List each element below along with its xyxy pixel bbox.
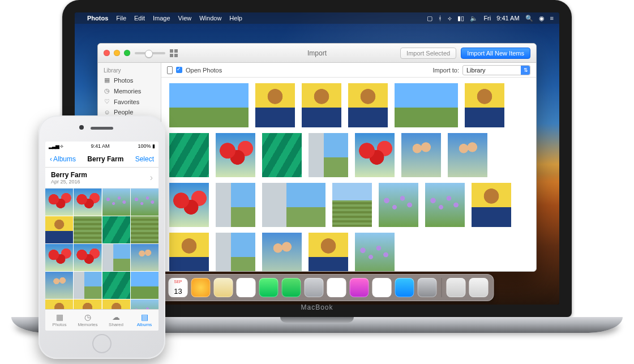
close-button[interactable] bbox=[104, 50, 110, 56]
wifi-icon[interactable]: ⟡ bbox=[448, 15, 452, 22]
sidebar-item-memories[interactable]: ◷Memories bbox=[98, 85, 161, 96]
menubar-day[interactable]: Fri bbox=[483, 15, 491, 22]
photo-thumbnail[interactable] bbox=[74, 299, 101, 309]
airplay-icon[interactable]: ▢ bbox=[427, 15, 432, 22]
open-photos-checkbox[interactable] bbox=[176, 67, 182, 73]
thumbnail[interactable] bbox=[262, 233, 302, 271]
dock-downloads[interactable] bbox=[447, 278, 466, 297]
dock-appstore[interactable] bbox=[395, 278, 414, 297]
thumbnail[interactable] bbox=[401, 133, 441, 177]
thumbnail[interactable] bbox=[348, 83, 388, 127]
menubar-item-file[interactable]: File bbox=[116, 15, 126, 22]
photo-thumbnail[interactable] bbox=[131, 299, 158, 309]
thumbnail[interactable] bbox=[262, 183, 325, 227]
photo-thumbnail[interactable] bbox=[102, 244, 130, 271]
import-to-select[interactable]: Library ⇅ bbox=[462, 65, 530, 75]
thumbnail[interactable] bbox=[355, 133, 395, 177]
ios-photo-grid[interactable] bbox=[45, 189, 158, 309]
select-button[interactable]: Select bbox=[135, 155, 154, 163]
thumbnail[interactable] bbox=[169, 133, 209, 177]
bluetooth-icon[interactable]: ᚼ bbox=[438, 15, 442, 22]
thumbnail[interactable] bbox=[472, 183, 511, 227]
thumbnail[interactable] bbox=[302, 83, 341, 127]
photo-thumbnail[interactable] bbox=[74, 216, 101, 243]
import-thumbnail-area[interactable] bbox=[161, 78, 536, 271]
dock-settings[interactable] bbox=[418, 278, 437, 297]
menubar-item-window[interactable]: Window bbox=[199, 15, 221, 22]
photo-thumbnail[interactable] bbox=[102, 189, 130, 216]
tab-memories[interactable]: ◷Memories bbox=[74, 310, 102, 331]
sidebar-item-photos[interactable]: ▦Photos bbox=[98, 75, 161, 85]
grid-view-icon[interactable] bbox=[170, 49, 178, 57]
siri-icon[interactable]: ◉ bbox=[539, 15, 545, 22]
menubar-app-name[interactable]: Photos bbox=[87, 15, 108, 22]
tab-shared[interactable]: ☁Shared bbox=[102, 310, 130, 331]
photo-thumbnail[interactable] bbox=[131, 244, 158, 271]
photo-thumbnail[interactable] bbox=[131, 189, 158, 216]
import-selected-button[interactable]: Import Selected bbox=[400, 48, 456, 59]
thumbnail[interactable] bbox=[332, 183, 372, 227]
photo-thumbnail[interactable] bbox=[45, 299, 73, 309]
menubar-item-help[interactable]: Help bbox=[229, 15, 242, 22]
battery-icon[interactable]: ▮▯ bbox=[457, 15, 464, 22]
thumbnail[interactable] bbox=[465, 83, 504, 127]
thumbnail[interactable] bbox=[262, 133, 302, 177]
album-header[interactable]: Berry Farm Apr 25, 2016 › bbox=[45, 168, 158, 189]
menubar-time[interactable]: 9:41 AM bbox=[496, 15, 519, 22]
dock-facetime[interactable] bbox=[282, 278, 301, 297]
thumbnail[interactable] bbox=[255, 83, 295, 127]
menubar-item-edit[interactable]: Edit bbox=[134, 15, 145, 22]
window-titlebar[interactable]: Import Import Selected Import All New It… bbox=[98, 44, 536, 63]
dock-trash[interactable] bbox=[469, 278, 489, 297]
photo-thumbnail[interactable] bbox=[45, 189, 73, 216]
thumbnail[interactable] bbox=[169, 183, 209, 227]
back-button[interactable]: ‹ Albums bbox=[50, 155, 76, 163]
photo-thumbnail[interactable] bbox=[131, 216, 158, 243]
photo-thumbnail[interactable] bbox=[74, 189, 101, 216]
sidebar-item-favorites[interactable]: ♡Favorites bbox=[98, 96, 161, 107]
thumbnail-size-slider[interactable] bbox=[135, 52, 165, 54]
notification-center-icon[interactable]: ≡ bbox=[550, 15, 554, 22]
thumbnail[interactable] bbox=[355, 233, 395, 271]
menubar-item-view[interactable]: View bbox=[178, 15, 192, 22]
tab-photos[interactable]: ▦Photos bbox=[45, 310, 74, 331]
minimize-button[interactable] bbox=[114, 50, 120, 56]
home-button[interactable] bbox=[92, 334, 112, 353]
dock-notes[interactable] bbox=[237, 278, 256, 297]
thumbnail[interactable] bbox=[379, 183, 418, 227]
dock-messages[interactable] bbox=[259, 278, 279, 297]
dock-safari[interactable] bbox=[305, 278, 324, 297]
volume-icon[interactable]: 🔈 bbox=[470, 15, 478, 22]
fullscreen-button[interactable] bbox=[124, 50, 130, 56]
thumbnail[interactable] bbox=[425, 183, 465, 227]
photo-thumbnail[interactable] bbox=[102, 272, 130, 299]
thumbnail[interactable] bbox=[216, 133, 255, 177]
dock-pages[interactable] bbox=[327, 278, 346, 297]
import-all-button[interactable]: Import All New Items bbox=[461, 48, 530, 59]
thumbnail[interactable] bbox=[395, 83, 458, 127]
spotlight-icon[interactable]: 🔍 bbox=[525, 15, 533, 22]
dock-maps[interactable] bbox=[214, 278, 233, 297]
dock-calendar[interactable]: SEP13 bbox=[169, 278, 188, 297]
thumbnail[interactable] bbox=[216, 183, 255, 227]
thumbnail[interactable] bbox=[309, 233, 348, 271]
thumbnail[interactable] bbox=[216, 233, 255, 271]
photo-thumbnail[interactable] bbox=[45, 216, 73, 243]
thumbnail[interactable] bbox=[448, 133, 487, 177]
tab-albums[interactable]: ▤Albums bbox=[130, 310, 158, 331]
device-icon[interactable] bbox=[167, 66, 173, 74]
thumbnail[interactable] bbox=[169, 83, 249, 127]
photo-thumbnail[interactable] bbox=[74, 272, 101, 299]
dock-photos[interactable] bbox=[191, 278, 211, 297]
menubar-item-image[interactable]: Image bbox=[153, 15, 170, 22]
dock-itunes[interactable] bbox=[350, 278, 369, 297]
photo-thumbnail[interactable] bbox=[45, 244, 73, 271]
photo-thumbnail[interactable] bbox=[74, 244, 101, 271]
dock-ibooks[interactable] bbox=[372, 278, 392, 297]
thumbnail[interactable] bbox=[169, 233, 209, 271]
photo-thumbnail[interactable] bbox=[45, 272, 73, 299]
photo-thumbnail[interactable] bbox=[102, 299, 130, 309]
photo-thumbnail[interactable] bbox=[102, 216, 130, 243]
thumbnail[interactable] bbox=[309, 133, 348, 177]
photo-thumbnail[interactable] bbox=[131, 272, 158, 299]
